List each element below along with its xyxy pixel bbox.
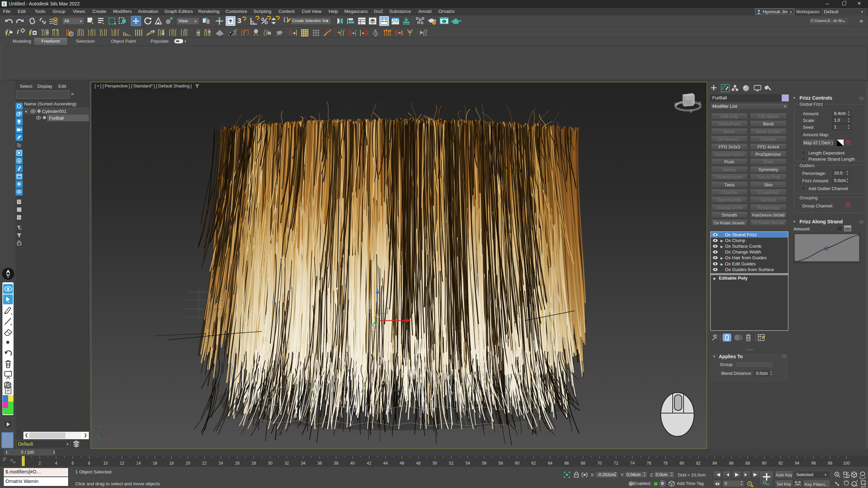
svg-text:E: E	[699, 101, 701, 105]
svg-text:96: 96	[811, 461, 816, 466]
svg-text:70: 70	[597, 461, 602, 466]
svg-text:24: 24	[219, 461, 223, 466]
svg-text:84: 84	[712, 461, 717, 466]
svg-text:68: 68	[581, 461, 586, 466]
svg-text:2: 2	[39, 461, 41, 466]
svg-text:44: 44	[383, 461, 388, 466]
svg-text:58: 58	[498, 461, 503, 466]
svg-text:z: z	[99, 425, 100, 428]
svg-text:40: 40	[350, 461, 355, 466]
svg-text:100: 100	[843, 461, 850, 466]
svg-text:48: 48	[416, 461, 421, 466]
svg-text:76: 76	[647, 461, 651, 466]
svg-text:46: 46	[400, 461, 405, 466]
svg-text:82: 82	[696, 461, 701, 466]
svg-text:4: 4	[55, 461, 57, 466]
svg-text:30: 30	[268, 461, 273, 466]
svg-text:64: 64	[548, 461, 553, 466]
svg-text:42: 42	[367, 461, 372, 466]
svg-text:12: 12	[120, 461, 124, 466]
svg-text:16: 16	[153, 461, 157, 466]
svg-text:86: 86	[729, 461, 734, 466]
svg-text:14: 14	[136, 461, 141, 466]
svg-text:60: 60	[515, 461, 520, 466]
svg-text:38: 38	[334, 461, 339, 466]
svg-text:50: 50	[433, 461, 437, 466]
svg-text:S: S	[690, 109, 692, 113]
svg-text:34: 34	[301, 461, 305, 466]
svg-text:32: 32	[284, 461, 289, 466]
svg-text:56: 56	[482, 461, 487, 466]
svg-text:92: 92	[778, 461, 783, 466]
svg-text:26: 26	[235, 461, 240, 466]
svg-text:52: 52	[449, 461, 454, 466]
svg-text:62: 62	[531, 461, 536, 466]
svg-text:94: 94	[795, 461, 800, 466]
svg-text:98: 98	[828, 461, 832, 466]
svg-text:6: 6	[72, 461, 74, 466]
svg-text:88: 88	[746, 461, 750, 466]
svg-text:74: 74	[630, 461, 635, 466]
svg-text:8: 8	[88, 461, 90, 466]
svg-text:90: 90	[762, 461, 767, 466]
svg-text:80: 80	[679, 461, 684, 466]
svg-text:66: 66	[564, 461, 569, 466]
svg-text:10: 10	[103, 461, 108, 466]
svg-text:28: 28	[252, 461, 256, 466]
svg-text:22: 22	[202, 461, 207, 466]
svg-text:72: 72	[614, 461, 618, 466]
svg-text:78: 78	[663, 461, 668, 466]
svg-text:20: 20	[186, 461, 191, 466]
svg-text:W: W	[675, 102, 678, 106]
svg-text:54: 54	[466, 461, 470, 466]
svg-text:18: 18	[169, 461, 174, 466]
svg-text:36: 36	[317, 461, 322, 466]
